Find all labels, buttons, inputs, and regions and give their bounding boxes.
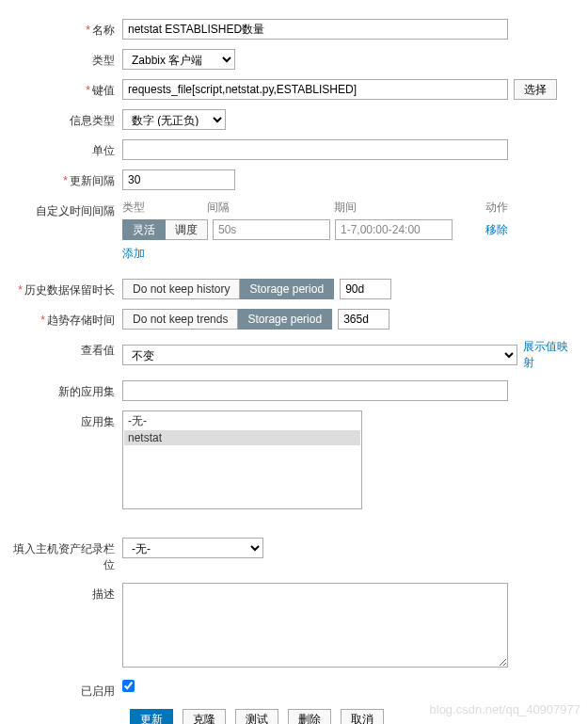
inventory-label: 填入主机资产纪录栏位 [9,538,122,573]
interval-remove-link[interactable]: 移除 [485,222,508,238]
interval-period-input[interactable] [335,219,453,240]
enabled-checkbox[interactable] [122,680,135,692]
description-textarea[interactable] [122,583,508,668]
new-app-label: 新的应用集 [9,380,122,400]
trends-nokeep-button[interactable]: Do not keep trends [122,309,238,330]
show-value-map-link[interactable]: 展示值映射 [523,339,579,371]
history-segment[interactable]: Do not keep history Storage period [122,279,334,299]
custom-interval-label: 自定义时间间隔 [9,200,122,219]
list-item[interactable]: -无- [124,412,360,430]
inventory-select[interactable]: -无- [122,538,263,558]
type-select[interactable]: Zabbix 客户端 [122,49,235,70]
seg-flex-button[interactable]: 灵活 [122,219,166,240]
unit-input[interactable] [122,139,508,160]
type-label: 类型 [9,49,122,69]
app-set-label: 应用集 [9,410,122,430]
unit-label: 单位 [9,139,122,159]
name-input[interactable] [122,19,508,40]
interval-value-input[interactable] [213,219,330,240]
description-label: 描述 [9,583,122,603]
clone-button[interactable]: 克隆 [183,709,226,724]
interval-hdr-period: 期间 [334,200,461,216]
trends-value-input[interactable] [338,309,389,330]
view-value-label: 查看值 [9,339,122,359]
test-button[interactable]: 测试 [235,709,278,724]
key-input[interactable] [122,79,508,100]
enabled-label: 已启用 [9,680,122,700]
history-nokeep-button[interactable]: Do not keep history [122,279,240,299]
trends-label: *趋势存储时间 [9,309,122,329]
seg-sched-button[interactable]: 调度 [166,219,208,240]
select-key-button[interactable]: 选择 [514,79,557,100]
new-app-input[interactable] [122,380,508,401]
history-label: *历史数据保留时长 [9,279,122,298]
list-item[interactable]: netstat [124,430,360,445]
trends-segment[interactable]: Do not keep trends Storage period [122,309,332,330]
delete-button[interactable]: 删除 [288,709,331,724]
history-value-input[interactable] [340,279,391,299]
update-interval-label: *更新间隔 [9,169,122,189]
interval-hdr-interval: 间隔 [207,200,334,216]
history-storage-button[interactable]: Storage period [240,279,334,299]
trends-storage-button[interactable]: Storage period [238,309,332,330]
update-interval-input[interactable] [122,169,235,190]
cancel-button[interactable]: 取消 [341,709,384,724]
update-button[interactable]: 更新 [130,709,173,724]
interval-hdr-action: 动作 [461,200,508,216]
info-type-label: 信息类型 [9,109,122,129]
view-value-select[interactable]: 不变 [122,345,517,365]
app-set-listbox[interactable]: -无- netstat [122,410,362,509]
interval-add-link[interactable]: 添加 [122,247,145,260]
interval-type-segment[interactable]: 灵活 调度 [122,219,208,240]
info-type-select[interactable]: 数字 (无正负) [122,109,226,130]
key-label: *键值 [9,79,122,99]
name-label: *名称 [9,19,122,39]
interval-hdr-type: 类型 [122,200,207,216]
